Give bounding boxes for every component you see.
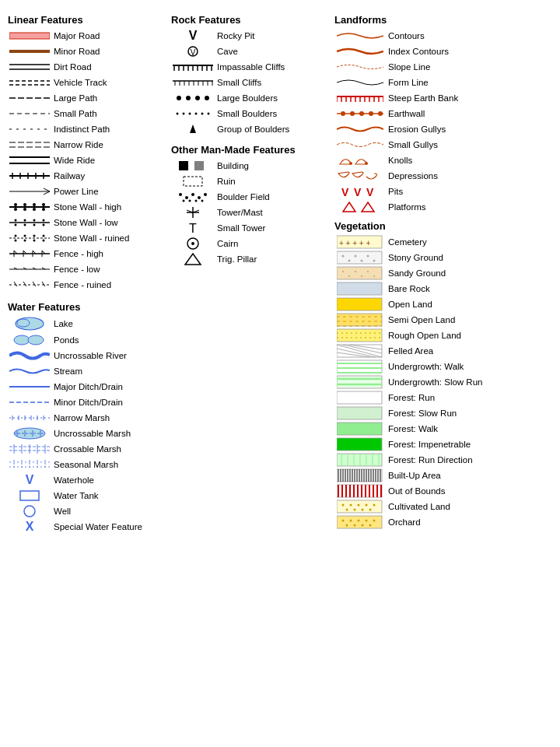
uncrossable-river-icon (9, 349, 50, 363)
man-made-title: Other Man-Made Features (171, 144, 331, 156)
list-item: Ponds (8, 333, 167, 347)
knolls-symbol (334, 153, 385, 167)
undergrowth-slow-icon (337, 375, 383, 389)
svg-point-103 (24, 506, 35, 517)
water-tank-label: Water Tank (54, 491, 167, 500)
list-item: Form Line (334, 75, 560, 89)
svg-point-275 (361, 509, 363, 511)
stone-wall-ruined-symbol (8, 233, 51, 243)
cave-symbol: V (171, 44, 214, 58)
svg-line-21 (44, 191, 50, 195)
svg-point-28 (23, 208, 26, 211)
seasonal-marsh-symbol (8, 458, 51, 471)
svg-point-187 (341, 255, 344, 258)
rock-features-title: Rock Features (171, 14, 331, 26)
svg-text:V: V (188, 29, 197, 42)
svg-rect-102 (20, 491, 39, 500)
felled-label: Felled Area (388, 346, 560, 356)
list-item: V Waterhole (8, 473, 167, 487)
cairn-label: Cairn (217, 239, 331, 248)
svg-point-148 (188, 200, 191, 202)
steep-earth-bank-symbol (334, 93, 385, 103)
svg-point-173 (350, 111, 355, 116)
bare-rock-icon (337, 282, 383, 296)
special-water-label: Special Water Feature (54, 522, 167, 531)
svg-point-129 (186, 96, 191, 100)
small-boulders-symbol (171, 109, 214, 118)
list-item: Minor Road (8, 44, 167, 58)
well-symbol (8, 504, 51, 518)
rocky-pit-label: Rocky Pit (217, 31, 331, 40)
felled-swatch (334, 344, 385, 358)
list-item: Major Ditch/Drain (8, 380, 167, 394)
out-of-bounds-icon (337, 484, 383, 498)
svg-point-30 (42, 208, 45, 211)
fence-low-symbol (8, 265, 51, 274)
uncrossable-river-label: Uncrossable River (54, 351, 167, 360)
stone-wall-low-icon (9, 218, 50, 227)
built-up-icon (337, 468, 383, 482)
svg-rect-139 (179, 161, 188, 170)
impassable-cliffs-symbol (171, 61, 214, 72)
seasonal-marsh-label: Seasonal Marsh (54, 460, 167, 469)
cemetery-label: Cemetery (388, 237, 560, 247)
building-icon (173, 159, 213, 173)
svg-point-192 (373, 260, 375, 262)
fence-ruined-icon (9, 280, 50, 289)
small-cliffs-label: Small Cliffs (217, 78, 331, 87)
svg-rect-201 (337, 298, 382, 310)
svg-rect-219 (337, 376, 382, 388)
orchard-label: Orchard (388, 517, 560, 527)
svg-point-42 (23, 235, 26, 237)
list-item: V V V Pits (334, 184, 560, 198)
vegetation-title: Vegetation (334, 220, 560, 232)
lake-icon (9, 316, 50, 331)
narrow-ride-label: Narrow Ride (54, 140, 167, 149)
landforms-title: Landforms (334, 14, 560, 26)
list-item: Sandy Ground (334, 266, 560, 280)
slope-line-label: Slope Line (388, 62, 560, 72)
narrow-marsh-icon (9, 413, 50, 423)
list-item: Contours (334, 29, 560, 43)
semi-open-land-icon (337, 313, 383, 327)
list-item: Fence - low (8, 262, 167, 276)
svg-point-188 (348, 260, 350, 262)
svg-point-23 (14, 203, 17, 206)
svg-point-133 (182, 113, 184, 115)
undergrowth-walk-swatch (334, 359, 385, 374)
wide-ride-label: Wide Ride (54, 156, 167, 165)
out-of-bounds-swatch (334, 484, 385, 498)
fence-high-symbol (8, 249, 51, 258)
uncrossable-river-symbol (8, 349, 51, 363)
svg-rect-206 (337, 329, 382, 342)
svg-point-176 (378, 111, 383, 116)
small-gullys-symbol (334, 139, 385, 151)
svg-rect-200 (337, 282, 382, 295)
svg-point-274 (353, 509, 355, 511)
svg-point-273 (345, 509, 348, 511)
power-line-icon (9, 187, 50, 196)
index-contours-label: Index Contours (388, 47, 560, 56)
svg-point-44 (42, 235, 44, 237)
list-item: Fence - high (8, 247, 167, 261)
pits-symbol: V V V (334, 184, 385, 198)
stone-wall-ruined-icon (9, 233, 50, 243)
svg-point-142 (179, 193, 182, 196)
forest-slow-run-swatch (334, 406, 385, 420)
earthwall-label: Earthwall (388, 109, 560, 118)
large-path-symbol (8, 96, 51, 100)
boulder-field-icon (173, 190, 213, 204)
linear-features-title: Linear Features (8, 14, 167, 26)
list-item: Tower/Mast (171, 205, 331, 219)
svg-point-37 (23, 224, 26, 226)
dirt-road-label: Dirt Road (54, 62, 167, 72)
sandy-ground-icon (337, 266, 383, 280)
minor-ditch-symbol (8, 399, 51, 405)
earthwall-symbol (334, 108, 385, 119)
small-boulders-icon (173, 109, 213, 118)
large-path-label: Large Path (54, 93, 167, 103)
svg-marker-158 (185, 254, 201, 265)
major-road-icon (9, 30, 50, 41)
crossable-marsh-label: Crossable Marsh (54, 444, 167, 454)
list-item: Stream (8, 364, 167, 378)
